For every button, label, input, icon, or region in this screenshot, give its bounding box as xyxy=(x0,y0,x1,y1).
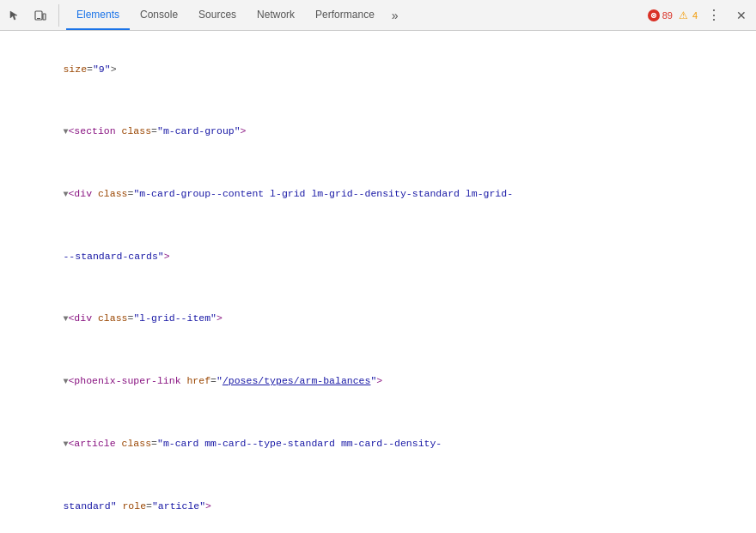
code-line: --standard-cards"> xyxy=(0,218,756,280)
elements-code-panel[interactable]: size="9"> ▼<section class="m-card-group"… xyxy=(0,31,756,533)
code-line: size="9"> xyxy=(0,31,756,93)
cursor-icon[interactable] xyxy=(3,4,26,27)
code-line: ▼<section class="m-card-group"> xyxy=(0,93,756,155)
code-line: ▼<article class="m-card mm-card--type-st… xyxy=(0,405,756,468)
tab-overflow-button[interactable]: » xyxy=(385,0,405,30)
code-line: standard" role="article"> xyxy=(0,468,756,530)
warning-triangle-icon: ⚠ xyxy=(678,9,690,21)
device-icon[interactable] xyxy=(29,4,52,27)
code-line: ▼<phoenix-super-link href="/poses/types/… xyxy=(0,342,756,405)
warning-count-badge[interactable]: ⚠ 4 xyxy=(678,9,698,21)
error-count-badge[interactable]: ⊗ 89 xyxy=(648,9,673,21)
toolbar-right: ⊗ 89 ⚠ 4 ⋮ ✕ xyxy=(641,4,753,27)
devtools-toolbar: Elements Console Sources Network Perform… xyxy=(0,0,756,31)
toolbar-icon-group xyxy=(3,4,59,27)
code-line: ▼<div class="l-grid--item"> xyxy=(0,280,756,342)
error-dot-icon: ⊗ xyxy=(648,9,660,21)
more-options-button[interactable]: ⋮ xyxy=(703,4,725,27)
tab-performance[interactable]: Performance xyxy=(305,0,385,30)
tab-bar: Elements Console Sources Network Perform… xyxy=(66,0,639,30)
tab-sources[interactable]: Sources xyxy=(188,0,247,30)
svg-rect-1 xyxy=(43,14,46,20)
code-line: ▼<div class="m-card--media">…</div> xyxy=(0,530,756,533)
code-line: ▼<div class="m-card-group--content l-gri… xyxy=(0,155,756,218)
close-devtools-button[interactable]: ✕ xyxy=(730,4,753,27)
tab-elements[interactable]: Elements xyxy=(66,0,130,30)
tab-console[interactable]: Console xyxy=(130,0,188,30)
tab-network[interactable]: Network xyxy=(247,0,305,30)
